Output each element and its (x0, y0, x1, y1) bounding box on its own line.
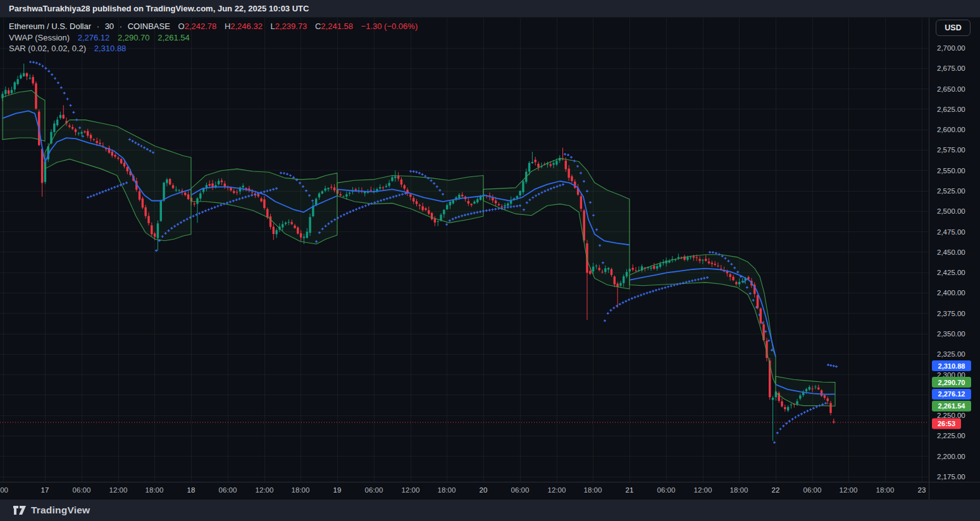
price-axis-label: 2,500.00 (937, 207, 965, 215)
currency-toggle-button[interactable]: USD (936, 20, 971, 36)
price-axis-label: 2,200.00 (937, 453, 965, 460)
price-axis-label: 2,450.00 (937, 248, 965, 256)
time-axis-label: 18:00 (146, 486, 164, 494)
interval[interactable]: 30 (105, 21, 114, 31)
time-axis-label: 12:00 (402, 486, 420, 494)
vwap-upper-band-value: 2,290.70 (118, 33, 150, 42)
tradingview-published-chart: 2,700.002,675.002,650.002,625.002,600.00… (0, 0, 980, 521)
pane-borders (0, 18, 980, 500)
open-label: O (178, 21, 185, 31)
time-axis-label: 12:00 (694, 486, 712, 494)
time-axis-label: 18:00 (438, 486, 456, 494)
price-axis-label: 2,350.00 (937, 330, 965, 338)
open-value: 2,242.78 (185, 21, 217, 31)
symbol-title: Ethereum / U.S. Dollar (9, 21, 91, 31)
legend-sar-row[interactable]: SAR (0.02, 0.02, 0.2) 2,310.88 (9, 43, 418, 54)
change-value: −1.30 (−0.06%) (361, 21, 418, 31)
low-label: L (271, 21, 275, 31)
price-axis-label: 2,675.00 (937, 64, 965, 72)
legend-vwap-row[interactable]: VWAP (Session) 2,276.12 2,290.70 2,261.5… (9, 32, 418, 44)
sar-label: SAR (0.02, 0.02, 0.2) (9, 44, 86, 53)
time-axis-label: :00 (0, 486, 8, 494)
time-axis-label: 18:00 (876, 486, 895, 494)
time-axis-label: 06:00 (73, 486, 91, 494)
time-axis-label: 06:00 (219, 486, 237, 494)
time-axis-label: 18:00 (730, 486, 748, 494)
price-axis-label: 2,375.00 (937, 310, 965, 317)
vwap-label: VWAP (Session) (9, 33, 70, 42)
price-axis[interactable]: 2,700.002,675.002,650.002,625.002,600.00… (937, 44, 965, 481)
vwap-band-fill (3, 90, 835, 406)
price-axis-label: 2,525.00 (937, 187, 965, 195)
time-axis-label: 18:00 (292, 486, 310, 494)
time-axis[interactable]: :001706:0012:0018:001806:0012:0018:00190… (0, 486, 926, 494)
price-chart[interactable]: 2,700.002,675.002,650.002,625.002,600.00… (0, 0, 980, 521)
time-axis-label: 12:00 (109, 486, 128, 494)
legend-symbol-row[interactable]: Ethereum / U.S. Dollar · 30 · COINBASE O… (9, 21, 418, 32)
indicator-price-badge-label: 2,310.88 (938, 362, 965, 370)
low-value: 2,239.73 (275, 21, 307, 31)
indicator-price-badge-label: 2,276.12 (938, 390, 965, 398)
grid-lines (0, 18, 929, 482)
high-label: H (225, 21, 230, 31)
time-axis-label: 12:00 (840, 486, 858, 494)
price-axis-label: 2,250.00 (937, 412, 965, 419)
price-axis-label: 2,700.00 (937, 44, 965, 52)
separator: · (97, 21, 99, 31)
high-value: 2,246.32 (230, 21, 263, 31)
time-axis-label: 17 (41, 486, 49, 494)
time-axis-label: 06:00 (657, 486, 676, 494)
price-axis-label: 2,650.00 (937, 85, 965, 93)
vwap-lower-band-value: 2,261.54 (158, 33, 190, 42)
tradingview-brand-link[interactable]: TradingView (31, 505, 90, 516)
time-axis-label: 06:00 (365, 486, 383, 494)
time-axis-label: 19 (333, 486, 342, 494)
time-axis-label: 18:00 (584, 486, 602, 494)
sar-value: 2,310.88 (94, 44, 127, 53)
vwap-value: 2,276.12 (78, 33, 110, 42)
time-axis-label: 06:00 (511, 486, 530, 494)
tradingview-logo-icon[interactable] (13, 505, 27, 516)
price-axis-label: 2,575.00 (937, 146, 965, 154)
price-axis-label: 2,550.00 (937, 167, 965, 175)
indicator-price-badge-label: 2,261.54 (938, 402, 966, 410)
time-axis-label: 22 (772, 486, 780, 494)
exchange: COINBASE (128, 21, 170, 31)
time-axis-label: 12:00 (548, 486, 566, 494)
price-axis-label: 2,425.00 (937, 269, 965, 276)
price-axis-label: 2,400.00 (937, 289, 965, 297)
bar-countdown-label: 26:53 (938, 420, 955, 427)
time-axis-label: 23 (918, 486, 926, 494)
price-axis-label: 2,325.00 (937, 350, 965, 358)
publish-text: ParshwaTurakhiya28 published on TradingV… (9, 4, 309, 13)
close-value: 2,241.58 (321, 21, 353, 31)
price-axis-label: 2,600.00 (937, 126, 965, 133)
chart-legend: Ethereum / U.S. Dollar · 30 · COINBASE O… (9, 21, 418, 54)
footer-bar: TradingView (0, 500, 980, 521)
price-axis-label: 2,475.00 (937, 228, 965, 236)
time-axis-label: 06:00 (803, 486, 822, 494)
time-axis-label: 21 (626, 486, 634, 494)
time-axis-label: 18 (187, 486, 195, 494)
time-axis-label: 20 (480, 486, 488, 494)
publish-info-bar: ParshwaTurakhiya28 published on TradingV… (0, 0, 980, 18)
price-axis-label: 2,175.00 (937, 473, 965, 481)
indicator-price-badge-label: 2,290.70 (938, 379, 965, 386)
time-axis-label: 12:00 (256, 486, 274, 494)
price-axis-label: 2,225.00 (937, 432, 965, 439)
separator: · (120, 21, 122, 31)
close-label: C (315, 21, 321, 31)
price-axis-label: 2,625.00 (937, 106, 965, 113)
